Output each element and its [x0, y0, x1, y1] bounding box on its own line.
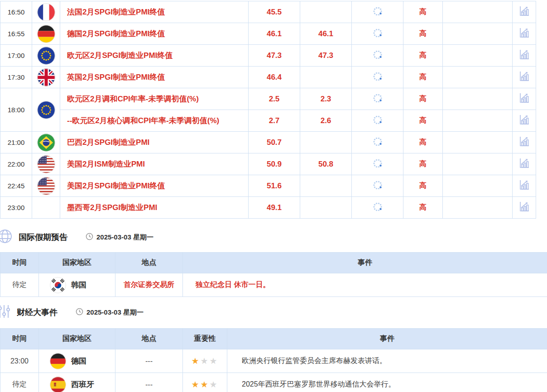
bar-chart-icon[interactable]: [518, 5, 530, 17]
loading-spinner-icon: [372, 141, 383, 148]
col-header-country: 国家地区: [39, 329, 115, 349]
chart-cell: [513, 110, 536, 132]
previous-value: 51.6: [249, 175, 300, 197]
published-value-cell: [352, 153, 403, 175]
financial-event-row: 23:00 德国---★★★欧洲央行银行监管委员会主席布赫发表讲话。: [0, 349, 547, 373]
country-flag-cell: [32, 23, 60, 45]
holiday-table-body: 待定 韩国首尔证券交易所独立纪念日 休市一日。: [0, 273, 547, 297]
holiday-date: 2025-03-03 星期一: [86, 233, 154, 242]
event-name-link[interactable]: 美国2月SPGI制造业PMI终值: [67, 182, 165, 190]
col-header-event: 事件: [227, 329, 547, 349]
col-header-importance: 重要性: [183, 329, 227, 349]
chart-cell: [513, 45, 536, 67]
importance-level: 高: [403, 175, 443, 197]
event-name-cell: 巴西2月SPGI制造业PMI: [60, 132, 249, 153]
event-name-link[interactable]: --欧元区2月核心调和CPI年率-未季调初值(%): [67, 116, 219, 125]
published-value-cell: [352, 88, 403, 110]
holiday-section-header: 国际假期预告 2025-03-03 星期一: [0, 227, 154, 247]
bar-chart-icon[interactable]: [518, 157, 530, 169]
star-icon: ★: [191, 356, 200, 366]
economic-table-body: 16:50 法国2月SPGI制造业PMI终值45.5高 16:55 德国2月SP…: [0, 1, 536, 219]
published-value-cell: [352, 110, 403, 132]
importance-level: 高: [403, 110, 443, 132]
previous-value: 50.9: [249, 153, 300, 175]
country-flag-cell: [32, 175, 60, 197]
economic-event-row: 21:00 巴西2月SPGI制造业PMI50.7高: [0, 132, 536, 153]
economic-event-row: 22:45 美国2月SPGI制造业PMI终值51.6高: [0, 175, 536, 197]
effect-cell: [443, 175, 513, 197]
economic-event-row: 16:50 法国2月SPGI制造业PMI终值45.5高: [0, 1, 536, 23]
holiday-section-title: 国际假期预告: [19, 232, 67, 243]
importance-level: 高: [403, 132, 443, 153]
col-header-event: 事件: [183, 253, 547, 273]
country-flag-cell: [32, 67, 60, 88]
economic-event-row: --欧元区2月核心调和CPI年率-未季调初值(%)2.72.6高: [0, 110, 536, 132]
bar-chart-icon[interactable]: [518, 114, 530, 126]
event-time: 21:00: [0, 132, 32, 153]
events-section-title: 财经大事件: [17, 307, 58, 318]
event-name-cell: 英国2月SPGI制造业PMI终值: [60, 67, 249, 88]
holiday-time: 待定: [0, 273, 39, 297]
importance-level: 高: [403, 45, 443, 67]
event-name-link[interactable]: 欧元区2月调和CPI年率-未季调初值(%): [67, 95, 199, 103]
event-name-link[interactable]: 巴西2月SPGI制造业PMI: [67, 138, 149, 147]
star-icon: ★: [200, 356, 209, 366]
event-country-cell: 德国: [39, 349, 115, 373]
bar-chart-icon[interactable]: [518, 179, 530, 191]
loading-spinner-icon: [372, 184, 383, 192]
event-name-link[interactable]: 法国2月SPGI制造业PMI终值: [67, 8, 165, 16]
importance-level: 高: [403, 197, 443, 219]
importance-level: 高: [403, 23, 443, 45]
loading-spinner-icon: [372, 54, 383, 62]
country-flag-cell: [32, 197, 60, 219]
published-value-cell: [352, 23, 403, 45]
event-name-cell: 墨西哥2月SPGI制造业PMI: [60, 197, 249, 219]
bar-chart-icon[interactable]: [518, 27, 530, 39]
loading-spinner-icon: [372, 76, 383, 83]
events-table-header-row: 时间 国家地区 地点 重要性 事件: [0, 329, 547, 349]
importance-level: 高: [403, 1, 443, 23]
economic-event-row: 16:55 德国2月SPGI制造业PMI终值46.146.1高: [0, 23, 536, 45]
country-name: 韩国: [71, 280, 86, 290]
country-name: 西班牙: [71, 379, 94, 390]
country-flag-cell: [32, 153, 60, 175]
event-time: 22:00: [0, 153, 32, 175]
event-time: 22:45: [0, 175, 32, 197]
chart-cell: [513, 88, 536, 110]
event-time: 待定: [0, 373, 39, 392]
holiday-event-text: 独立纪念日 休市一日。: [183, 273, 547, 297]
previous-value: 46.4: [249, 67, 300, 88]
bar-chart-icon[interactable]: [518, 48, 530, 61]
star-icon: ★: [210, 356, 219, 366]
loading-spinner-icon: [372, 10, 383, 18]
economic-calendar-page: 16:50 法国2月SPGI制造业PMI终值45.5高 16:55 德国2月SP…: [0, 0, 547, 392]
events-section-header: 财经大事件 2025-03-03 星期一: [0, 302, 144, 322]
star-icon: ★: [191, 380, 200, 389]
forecast-value: 50.8: [300, 153, 352, 175]
financial-event-row: 待定 西班牙---★★★2025年西班牙巴塞罗那世界移动通信大会举行。: [0, 373, 547, 392]
event-name-link[interactable]: 美国2月ISM制造业PMI: [67, 160, 145, 168]
bar-chart-icon[interactable]: [518, 201, 530, 213]
clock-icon: [76, 308, 83, 317]
events-table: 时间 国家地区 地点 重要性 事件 23:00 德国---★★★欧洲央行银行监管…: [0, 328, 547, 392]
event-name-cell: 欧元区2月SPGI制造业PMI终值: [60, 45, 249, 67]
economic-event-row: 22:00 美国2月ISM制造业PMI50.950.8高: [0, 153, 536, 175]
event-name-link[interactable]: 德国2月SPGI制造业PMI终值: [67, 29, 165, 38]
chart-cell: [513, 23, 536, 45]
chart-cell: [513, 197, 536, 219]
event-name-cell: 法国2月SPGI制造业PMI终值: [60, 1, 249, 23]
bar-chart-icon[interactable]: [518, 70, 530, 82]
event-name-link[interactable]: 墨西哥2月SPGI制造业PMI: [67, 203, 157, 212]
published-value-cell: [352, 45, 403, 67]
events-date-text: 2025-03-03 星期一: [86, 308, 144, 317]
effect-cell: [443, 153, 513, 175]
event-name-link[interactable]: 英国2月SPGI制造业PMI终值: [67, 73, 165, 81]
clock-icon: [86, 233, 93, 242]
event-location: ---: [115, 373, 183, 392]
previous-value: 2.7: [249, 110, 300, 132]
bar-chart-icon[interactable]: [518, 135, 530, 148]
economic-event-row: 17:30 英国2月SPGI制造业PMI终值46.4高: [0, 67, 536, 88]
previous-value: 49.1: [249, 197, 300, 219]
bar-chart-icon[interactable]: [518, 92, 530, 104]
event-name-link[interactable]: 欧元区2月SPGI制造业PMI终值: [67, 51, 173, 60]
